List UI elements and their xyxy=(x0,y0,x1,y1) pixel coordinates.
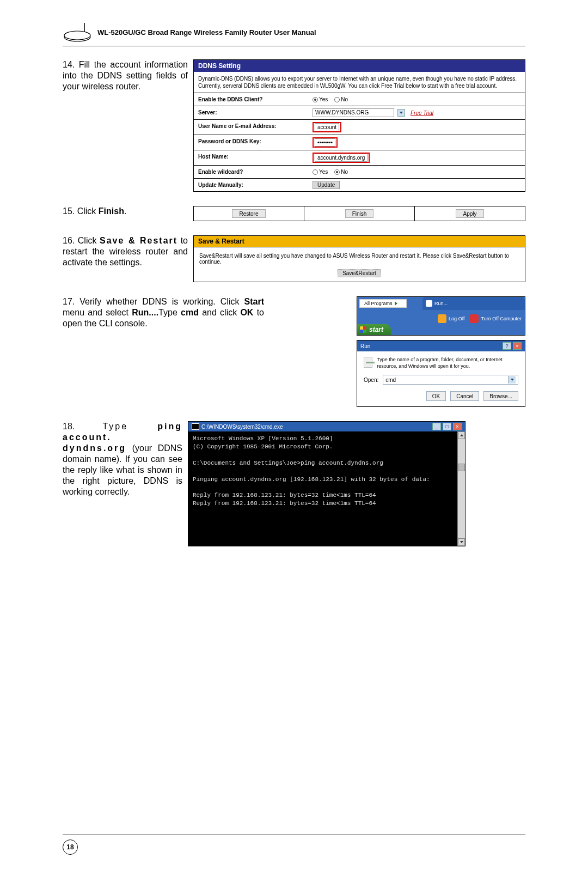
ddns-wild-no[interactable]: No xyxy=(334,169,348,175)
chevron-right-icon xyxy=(395,301,397,306)
scroll-up-icon[interactable] xyxy=(458,431,465,439)
turnoff-button[interactable]: Turn Off Computer xyxy=(470,314,522,323)
ddns-wild-yes[interactable]: Yes xyxy=(313,169,328,175)
start-menu-screenshot: All Programs Run... Log Off Turn Off Com… xyxy=(357,296,525,336)
run-menu-item[interactable]: Run... xyxy=(422,297,525,310)
ddns-wild-label: Enable wildcard? xyxy=(194,166,308,178)
power-icon xyxy=(470,314,479,323)
scrollbar[interactable] xyxy=(457,431,465,545)
free-trial-link[interactable]: Free Trial xyxy=(411,110,433,116)
ddns-update-button[interactable]: Update xyxy=(313,181,340,189)
ddns-pass-label: Password or DDNS Key: xyxy=(194,135,308,150)
cmd-window: C:\WINDOWS\system32\cmd.exe _ □ × Micros… xyxy=(188,421,465,546)
logoff-icon xyxy=(438,314,446,323)
step-18-text: 18. Type ping account.dyndns.org (your D… xyxy=(63,421,188,497)
ddns-pass-input[interactable]: •••••••• xyxy=(315,138,335,147)
ddns-panel: DDNS Setting Dynamic-DNS (DDNS) allows y… xyxy=(193,59,525,192)
ddns-host-input[interactable]: account.dyndns.org xyxy=(315,154,367,162)
save-restart-panel: Save & Restart Save&Restart will save al… xyxy=(193,235,525,282)
cmd-window-title: C:\WINDOWS\system32\cmd.exe xyxy=(201,424,283,430)
ddns-server-dropdown-icon[interactable] xyxy=(397,109,405,117)
manual-title: WL-520GU/GC Broad Range Wireless Family … xyxy=(97,28,316,37)
close-button[interactable]: × xyxy=(453,423,462,430)
run-dialog-icon xyxy=(364,357,372,368)
run-browse-button[interactable]: Browse... xyxy=(483,391,518,401)
apply-button[interactable]: Apply xyxy=(456,209,483,218)
logoff-button[interactable]: Log Off xyxy=(438,314,464,323)
ddns-server-select[interactable]: WWW.DYNDNS.ORG xyxy=(313,108,394,117)
windows-logo-icon xyxy=(360,326,366,333)
step-17-text: 17. Verify whether DDNS is working. Clic… xyxy=(63,296,270,329)
maximize-button[interactable]: □ xyxy=(443,423,451,430)
run-ok-button[interactable]: OK xyxy=(426,391,446,401)
step-15-text: 15. Click Finish. xyxy=(63,206,193,217)
step-14-num: 14. xyxy=(63,60,75,69)
ddns-enable-no[interactable]: No xyxy=(334,96,348,102)
ddns-user-input[interactable]: account xyxy=(315,123,339,131)
step-17-row: 17. Verify whether DDNS is working. Clic… xyxy=(63,296,525,407)
restore-button[interactable]: Restore xyxy=(232,209,265,218)
run-open-input[interactable]: cmd xyxy=(383,375,518,385)
ddns-user-label: User Name or E-mail Address: xyxy=(194,120,308,135)
step-18-row: 18. Type ping account.dyndns.org (your D… xyxy=(63,421,525,546)
save-restart-desc: Save&Restart will save all setting you h… xyxy=(199,253,519,265)
run-cancel-button[interactable]: Cancel xyxy=(450,391,479,401)
step-15-row: 15. Click Finish. Restore Finish Apply xyxy=(63,206,525,221)
start-button[interactable]: start xyxy=(357,324,391,335)
close-button[interactable]: × xyxy=(513,342,522,350)
cmd-output: Microsoft Windows XP [Version 5.1.2600] … xyxy=(188,431,465,545)
restore-finish-apply-bar: Restore Finish Apply xyxy=(193,206,525,221)
all-programs-item[interactable]: All Programs xyxy=(359,299,407,308)
page-header: WL-520GU/GC Broad Range Wireless Family … xyxy=(63,22,525,46)
scroll-down-icon[interactable] xyxy=(458,538,465,546)
step-14-row: 14. Fill the account information into th… xyxy=(63,59,525,192)
run-open-label: Open: xyxy=(364,377,378,383)
ddns-host-label: Host Name: xyxy=(194,150,308,165)
ddns-server-label: Server: xyxy=(194,106,308,119)
step-14-text: 14. Fill the account information into th… xyxy=(63,59,193,92)
page-footer: 18 xyxy=(63,835,525,855)
cmd-icon xyxy=(192,423,199,430)
ddns-enable-yes[interactable]: Yes xyxy=(313,96,328,102)
run-dialog-desc: Type the name of a program, folder, docu… xyxy=(377,357,518,369)
ddns-desc: Dynamic-DNS (DDNS) allows you to export … xyxy=(194,72,525,93)
ddns-update-label: Update Manually: xyxy=(194,179,308,191)
router-icon xyxy=(63,22,92,42)
run-dialog: Run ? × Type the name of a program, fold… xyxy=(357,340,525,407)
dropdown-icon[interactable] xyxy=(508,376,516,384)
finish-button[interactable]: Finish xyxy=(345,209,374,218)
ddns-enable-label: Enable the DDNS Client? xyxy=(194,93,308,106)
help-button[interactable]: ? xyxy=(503,342,511,350)
save-restart-title: Save & Restart xyxy=(194,236,525,247)
step-16-row: 16. Click Save & Restart to restart the … xyxy=(63,235,525,282)
ddns-title: DDNS Setting xyxy=(194,60,525,72)
scroll-thumb[interactable] xyxy=(458,464,465,471)
run-icon xyxy=(426,300,432,307)
minimize-button[interactable]: _ xyxy=(432,423,441,430)
page-number: 18 xyxy=(63,840,78,855)
save-restart-button[interactable]: Save&Restart xyxy=(338,269,381,277)
step-16-text: 16. Click Save & Restart to restart the … xyxy=(63,235,193,268)
run-dialog-title: Run xyxy=(360,343,370,349)
svg-point-2 xyxy=(64,31,90,40)
